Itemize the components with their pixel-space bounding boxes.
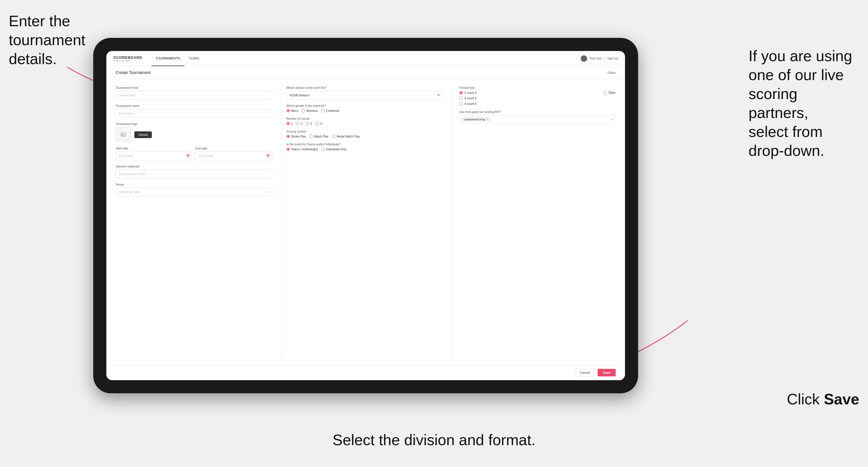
cancel-button[interactable]: Cancel: [575, 369, 595, 377]
live-scoring-expand-icon[interactable]: ▾: [612, 118, 613, 121]
format-other-radio[interactable]: [603, 91, 607, 95]
live-scoring-value: Leaderboard King: [464, 118, 485, 121]
scoring-stroke[interactable]: Stroke Play: [286, 134, 306, 138]
gender-combined[interactable]: Combined: [321, 109, 339, 113]
user-name: Test User: [589, 57, 602, 60]
format-row-1: 5 count 4 Other: [459, 91, 616, 95]
format-options: 5 count 4 Other 6 count 4: [459, 91, 616, 106]
individuals-only[interactable]: Individuals Only: [321, 148, 347, 151]
gender-label: Which gender is the event for?: [286, 104, 443, 107]
start-date-wrap: 📅: [116, 152, 192, 160]
scoring-match-radio[interactable]: [309, 134, 313, 138]
nav-tournaments[interactable]: TOURNAMENTS: [152, 51, 184, 66]
rounds-1-radio[interactable]: [286, 122, 290, 125]
tournament-host-group: Tournament Host: [116, 86, 272, 100]
nav-divider: |: [604, 57, 605, 60]
sponsor-group: Sponsor (optional): [116, 165, 272, 178]
rounds-4-radio[interactable]: [315, 122, 319, 125]
tournament-logo-label: Tournament logo: [116, 122, 272, 126]
tournament-name-group: Tournament name: [116, 104, 272, 118]
sign-out-link[interactable]: Sign out: [607, 57, 618, 60]
rounds-4[interactable]: 4: [315, 122, 322, 125]
division-select[interactable]: NCAA Division I: [286, 91, 443, 100]
page-title: Create Tournament: [116, 70, 151, 75]
individuals-only-radio[interactable]: [321, 148, 325, 151]
end-date-wrap: 📅: [195, 152, 272, 160]
date-row: Start date 📅 End date 📅: [116, 147, 272, 160]
rounds-3-radio[interactable]: [306, 122, 309, 125]
teams-plus-radio[interactable]: [286, 148, 290, 151]
form-col-left: Tournament Host Tournament name Tourname…: [116, 86, 281, 358]
start-date-group: Start date 📅: [116, 147, 192, 160]
scoring-label: Scoring system: [286, 130, 443, 133]
form-col-right: Format type 5 count 4 Other: [452, 86, 616, 358]
live-scoring-input-wrap[interactable]: Leaderboard King ✕ ▾: [459, 115, 616, 124]
format-row-2: 6 count 4: [459, 96, 616, 100]
scoring-match[interactable]: Match Play: [309, 134, 329, 138]
logo-upload-area: Upload: [116, 127, 272, 142]
nav-right: Test User | Sign out: [581, 55, 618, 62]
division-group: Which division is the event for? NCAA Di…: [286, 86, 443, 100]
format-other[interactable]: Other: [603, 91, 616, 95]
brand-title: SCOREBOARD: [113, 55, 142, 60]
user-avatar: [581, 55, 587, 62]
scoring-radio-group: Stroke Play Match Play Medal Match Play: [286, 134, 443, 138]
gender-womens[interactable]: Womens: [302, 109, 318, 113]
start-date-input[interactable]: [116, 152, 192, 160]
end-date-label: End date: [195, 147, 272, 150]
live-scoring-remove[interactable]: ✕: [486, 118, 488, 121]
venue-group: Venue ▾: [116, 183, 272, 196]
gender-womens-radio[interactable]: [302, 109, 305, 113]
end-date-input[interactable]: [195, 152, 272, 160]
rounds-radio-group: 1 2 3 4: [286, 122, 443, 125]
gender-radio-group: Mens Womens Combined: [286, 109, 443, 113]
format-row-3: 6 count 5: [459, 102, 616, 106]
rounds-3[interactable]: 3: [306, 122, 312, 125]
save-button[interactable]: Save: [598, 369, 616, 376]
format-6count5-radio[interactable]: [459, 102, 463, 106]
tournament-name-input[interactable]: [116, 109, 272, 118]
calendar-icon-start: 📅: [186, 154, 190, 158]
format-5count4[interactable]: 5 count 4: [459, 91, 476, 95]
logo-placeholder: [116, 127, 131, 142]
teams-plus-individuals[interactable]: Teams (+Individuals): [286, 148, 318, 151]
rounds-2-radio[interactable]: [296, 122, 300, 125]
gender-combined-radio[interactable]: [321, 109, 324, 113]
format-group: Format type 5 count 4 Other: [459, 86, 616, 106]
format-6count4-radio[interactable]: [459, 96, 463, 100]
gender-mens[interactable]: Mens: [286, 109, 298, 113]
page-footer: Cancel Save: [106, 365, 625, 380]
format-label: Format type: [459, 86, 616, 89]
live-scoring-label: Use third-party live scoring API?: [459, 111, 616, 114]
scoring-medal-match-radio[interactable]: [332, 134, 335, 138]
brand-subtitle: Powered by clippit: [113, 60, 142, 62]
teams-radio-group: Teams (+Individuals) Individuals Only: [286, 148, 443, 151]
teams-label: Is this event for Teams and/or Individua…: [286, 143, 443, 146]
gender-mens-radio[interactable]: [286, 109, 290, 113]
form-body: Tournament Host Tournament name Tourname…: [106, 79, 625, 365]
live-scoring-tag: Leaderboard King ✕: [462, 117, 490, 122]
nav-teams[interactable]: TEAMS: [184, 51, 204, 66]
sponsor-input[interactable]: [116, 169, 272, 178]
tablet-device: SCOREBOARD Powered by clippit TOURNAMENT…: [93, 38, 638, 393]
back-link[interactable]: ‹ Back: [607, 71, 616, 74]
format-6count4[interactable]: 6 count 4: [459, 96, 476, 100]
scoring-stroke-radio[interactable]: [286, 134, 290, 138]
rounds-2[interactable]: 2: [296, 122, 303, 125]
page-header: Create Tournament ‹ Back: [106, 66, 625, 79]
format-6count5[interactable]: 6 count 5: [459, 102, 476, 106]
scoring-medal-match[interactable]: Medal Match Play: [332, 134, 360, 138]
tablet-screen: SCOREBOARD Powered by clippit TOURNAMENT…: [106, 51, 625, 380]
format-5count4-radio[interactable]: [459, 91, 463, 95]
annotation-top-left: Enter the tournament details.: [9, 12, 90, 68]
tournament-host-input[interactable]: [116, 91, 272, 100]
venue-label: Venue: [116, 183, 272, 186]
upload-button[interactable]: Upload: [134, 131, 152, 138]
venue-wrap: ▾: [116, 188, 272, 196]
teams-group: Is this event for Teams and/or Individua…: [286, 143, 443, 151]
start-date-label: Start date: [116, 147, 192, 150]
venue-dropdown-icon: ▾: [268, 190, 270, 193]
brand: SCOREBOARD Powered by clippit: [113, 55, 142, 62]
rounds-1[interactable]: 1: [286, 122, 293, 125]
venue-input[interactable]: [116, 188, 272, 196]
